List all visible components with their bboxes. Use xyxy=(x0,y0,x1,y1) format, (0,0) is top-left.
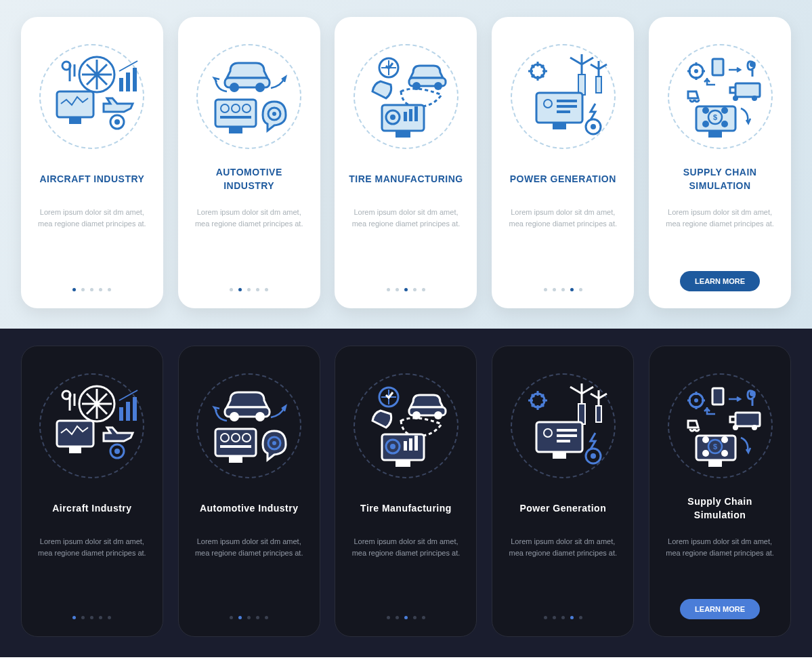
card-description: Lorem ipsum dolor sit dm amet, mea regio… xyxy=(347,207,465,229)
pagination-dots[interactable] xyxy=(544,288,582,291)
pagination-dots[interactable] xyxy=(72,616,111,619)
dot[interactable] xyxy=(230,288,233,291)
dot[interactable] xyxy=(99,616,102,619)
card-description: Lorem ipsum dolor sit dm amet, mea regio… xyxy=(662,536,778,558)
dot[interactable] xyxy=(238,288,242,291)
dot[interactable] xyxy=(265,288,268,291)
svg-point-10 xyxy=(230,83,239,92)
svg-rect-16 xyxy=(220,116,251,119)
card-description: Lorem ipsum dolor sit dm amet, mea regio… xyxy=(347,536,464,558)
svg-rect-94 xyxy=(557,434,577,437)
svg-point-4 xyxy=(114,119,120,125)
dot[interactable] xyxy=(81,616,85,619)
svg-point-112 xyxy=(721,450,728,457)
svg-rect-63 xyxy=(119,407,123,421)
dot[interactable] xyxy=(90,616,93,619)
pagination-dots[interactable] xyxy=(387,616,425,619)
svg-point-26 xyxy=(390,115,396,120)
dot[interactable] xyxy=(544,616,547,619)
dot[interactable] xyxy=(72,288,76,291)
svg-point-105 xyxy=(752,425,757,430)
svg-rect-103 xyxy=(735,413,760,426)
dot[interactable] xyxy=(396,616,399,619)
card-description: Lorem ipsum dolor sit dm amet, mea regio… xyxy=(191,536,307,558)
dot[interactable] xyxy=(387,616,390,619)
dot[interactable] xyxy=(396,288,399,291)
dot[interactable] xyxy=(108,288,111,291)
svg-rect-37 xyxy=(557,105,577,108)
dot[interactable] xyxy=(247,616,251,619)
light-theme-row: AIRCRAFT INDUSTRYLorem ipsum dolor sit d… xyxy=(0,0,812,329)
svg-point-98 xyxy=(591,453,596,459)
svg-rect-65 xyxy=(133,397,137,421)
svg-rect-89 xyxy=(596,406,601,422)
card-description: Lorem ipsum dolor sit dm amet, mea regio… xyxy=(661,207,779,229)
svg-point-102 xyxy=(750,391,755,396)
svg-point-53 xyxy=(721,107,728,114)
tire-icon xyxy=(354,44,458,149)
svg-rect-87 xyxy=(396,460,410,467)
dot[interactable] xyxy=(387,288,390,291)
dot[interactable] xyxy=(422,616,425,619)
dot[interactable] xyxy=(544,288,547,291)
dot[interactable] xyxy=(561,288,565,291)
card-title: SUPPLY CHAIN SIMULATION xyxy=(661,166,779,193)
dot[interactable] xyxy=(561,616,565,619)
pagination-dots[interactable] xyxy=(387,288,425,291)
dot[interactable] xyxy=(230,616,233,619)
pagination-dots[interactable] xyxy=(544,616,582,619)
automotive-icon xyxy=(196,44,301,149)
dot[interactable] xyxy=(404,616,408,619)
pagination-dots[interactable] xyxy=(72,288,111,291)
svg-rect-95 xyxy=(557,440,570,442)
svg-text:$: $ xyxy=(713,442,717,451)
svg-point-48 xyxy=(752,96,757,101)
card-title: AIRCRAFT INDUSTRY xyxy=(39,166,144,193)
onboarding-card: AIRCRAFT INDUSTRYLorem ipsum dolor sit d… xyxy=(21,17,163,308)
card-title: AUTOMOTIVE INDUSTRY xyxy=(190,166,308,193)
dot[interactable] xyxy=(247,288,251,291)
svg-rect-32 xyxy=(596,77,601,93)
pagination-dots[interactable] xyxy=(230,288,268,291)
dot[interactable] xyxy=(553,616,556,619)
power-icon xyxy=(511,44,616,149)
svg-point-111 xyxy=(702,450,709,457)
dot[interactable] xyxy=(579,616,582,619)
onboarding-card: TIRE MANUFACTURINGLorem ipsum dolor sit … xyxy=(335,17,477,308)
dot[interactable] xyxy=(238,616,242,619)
dot[interactable] xyxy=(579,288,582,291)
svg-point-109 xyxy=(702,436,709,443)
learn-more-button[interactable]: LEARN MORE xyxy=(680,599,760,619)
dot[interactable] xyxy=(256,288,259,291)
svg-rect-59 xyxy=(69,447,81,453)
power-icon xyxy=(511,373,616,478)
card-title: TIRE MANUFACTURING xyxy=(349,166,463,193)
dot[interactable] xyxy=(553,288,556,291)
dot[interactable] xyxy=(413,616,416,619)
card-title: Power Generation xyxy=(519,495,606,522)
dot[interactable] xyxy=(108,616,111,619)
onboarding-card: Automotive IndustryLorem ipsum dolor sit… xyxy=(178,346,320,637)
learn-more-button[interactable]: LEARN MORE xyxy=(680,271,760,291)
pagination-dots[interactable] xyxy=(230,616,268,619)
svg-rect-17 xyxy=(229,127,242,133)
dot[interactable] xyxy=(404,288,408,291)
dot[interactable] xyxy=(256,616,259,619)
onboarding-card: $ SUPPLY CHAIN SIMULATIONLorem ipsum dol… xyxy=(649,17,791,308)
dot[interactable] xyxy=(422,288,425,291)
svg-point-100 xyxy=(694,398,698,402)
dot[interactable] xyxy=(99,288,102,291)
svg-rect-46 xyxy=(735,83,760,97)
svg-rect-73 xyxy=(220,445,251,448)
dot[interactable] xyxy=(570,288,574,291)
card-title: Supply Chain Simulation xyxy=(662,495,778,522)
dot[interactable] xyxy=(81,288,85,291)
card-description: Lorem ipsum dolor sit dm amet, mea regio… xyxy=(190,207,308,229)
dot[interactable] xyxy=(570,616,574,619)
dot[interactable] xyxy=(72,616,76,619)
dot[interactable] xyxy=(265,616,268,619)
svg-rect-1 xyxy=(57,91,93,117)
dot[interactable] xyxy=(413,288,416,291)
dot[interactable] xyxy=(90,288,93,291)
svg-point-43 xyxy=(694,69,698,73)
